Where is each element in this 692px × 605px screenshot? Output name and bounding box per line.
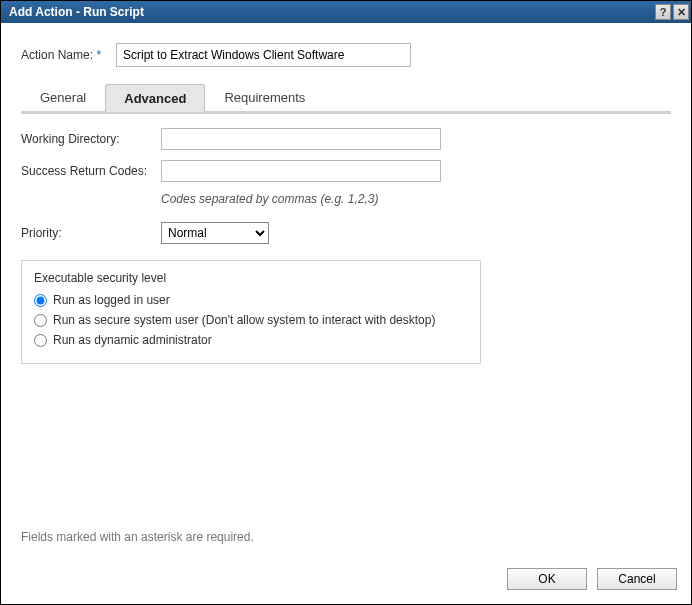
security-option-label: Run as secure system user (Don't allow s… [53,313,435,327]
content-area: Action Name: * General Advanced Requirem… [1,23,691,558]
security-option-dynamic-admin[interactable]: Run as dynamic administrator [34,333,468,347]
working-dir-input[interactable] [161,128,441,150]
return-codes-label: Success Return Codes: [21,164,161,178]
tab-advanced[interactable]: Advanced [105,84,205,112]
security-option-secure-system[interactable]: Run as secure system user (Don't allow s… [34,313,468,327]
security-radio-dynamic-admin[interactable] [34,334,47,347]
priority-select[interactable]: Normal [161,222,269,244]
help-button[interactable]: ? [655,4,671,20]
footer-note: Fields marked with an asterisk are requi… [21,500,671,544]
close-icon: ✕ [677,7,686,18]
close-button[interactable]: ✕ [673,4,689,20]
tabstrip: General Advanced Requirements [21,83,671,114]
return-codes-input[interactable] [161,160,441,182]
button-row: OK Cancel [1,558,691,604]
security-level-legend: Executable security level [34,271,468,285]
security-option-label: Run as logged in user [53,293,170,307]
security-level-fieldset: Executable security level Run as logged … [21,260,481,364]
advanced-panel: Working Directory: Success Return Codes:… [21,128,671,364]
titlebar: Add Action - Run Script ? ✕ [1,1,691,23]
ok-button[interactable]: OK [507,568,587,590]
security-radio-logged-in[interactable] [34,294,47,307]
return-codes-hint: Codes separated by commas (e.g. 1,2,3) [161,192,671,206]
security-radio-secure-system[interactable] [34,314,47,327]
dialog-window: Add Action - Run Script ? ✕ Action Name:… [0,0,692,605]
priority-label: Priority: [21,226,161,240]
cancel-button[interactable]: Cancel [597,568,677,590]
titlebar-buttons: ? ✕ [655,4,689,20]
action-name-input[interactable] [116,43,411,67]
working-dir-label: Working Directory: [21,132,161,146]
tab-requirements[interactable]: Requirements [205,83,324,111]
return-codes-row: Success Return Codes: [21,160,671,182]
action-name-label: Action Name: * [21,48,116,62]
window-title: Add Action - Run Script [9,5,144,19]
action-name-row: Action Name: * [21,43,671,67]
security-option-label: Run as dynamic administrator [53,333,212,347]
working-dir-row: Working Directory: [21,128,671,150]
tab-general[interactable]: General [21,83,105,111]
security-option-logged-in[interactable]: Run as logged in user [34,293,468,307]
help-icon: ? [660,7,667,18]
priority-row: Priority: Normal [21,222,671,244]
required-marker: * [96,48,101,62]
